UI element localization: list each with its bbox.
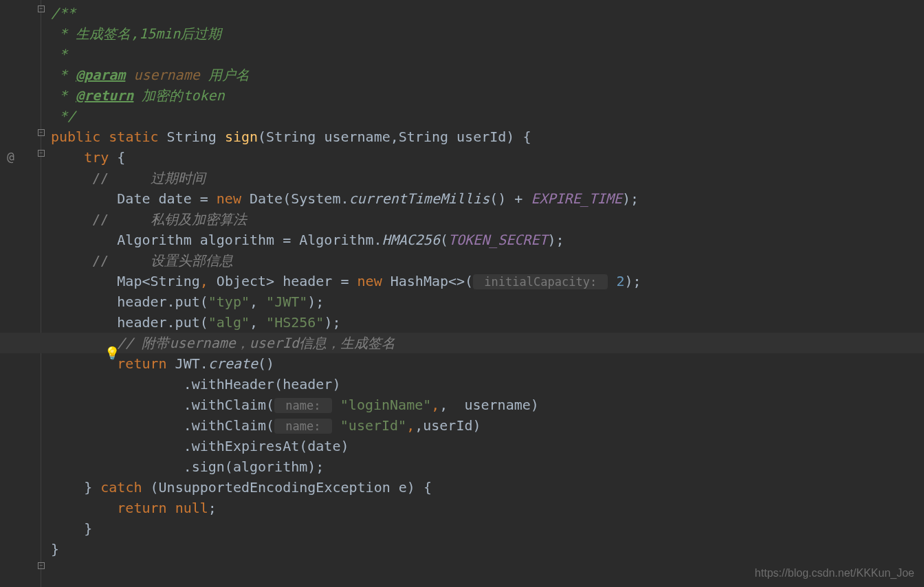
code-text: JWT. xyxy=(167,355,208,372)
code-text: header.put( xyxy=(117,294,208,310)
number: 2 xyxy=(616,273,624,289)
code-text: .withExpiresAt(date) xyxy=(184,438,349,454)
string: "HS256" xyxy=(266,314,324,331)
code-text: HashMap<>( xyxy=(382,273,473,289)
keyword: return xyxy=(117,500,166,516)
keyword: catch xyxy=(100,479,142,496)
code-text: , username) xyxy=(439,397,539,413)
parameter-hint: name: xyxy=(274,398,332,413)
code-area[interactable]: /** * 生成签名,15min后过期 * * @param username … xyxy=(41,0,924,587)
string: "alg" xyxy=(208,314,250,331)
keyword: public xyxy=(51,129,100,145)
code-text: ); xyxy=(624,273,641,289)
code-text: (UnsupportedEncodingException e) { xyxy=(142,479,431,496)
javadoc-text: 加密的token xyxy=(133,87,224,104)
code-text: ); xyxy=(547,232,564,248)
keyword: new xyxy=(358,273,382,289)
comment: 设置头部信息 xyxy=(151,252,233,269)
code-text: () xyxy=(258,355,274,372)
javadoc-line: */ xyxy=(51,108,76,124)
gutter: − − @ − − xyxy=(0,0,41,587)
string: "JWT" xyxy=(266,294,307,310)
comma: , xyxy=(200,273,208,289)
comment-slash: // xyxy=(92,168,109,188)
parameter-hint: initialCapacity: xyxy=(473,274,608,289)
code-text: , xyxy=(250,314,266,331)
javadoc-text: 用户名 xyxy=(200,67,250,83)
bulb-icon[interactable]: 💡 xyxy=(104,344,120,362)
static-method: currentTimeMillis xyxy=(349,190,490,207)
javadoc-line: * xyxy=(51,67,76,83)
code-text: .withClaim( xyxy=(184,417,274,434)
keyword: static xyxy=(109,129,158,145)
code-text: Map<String xyxy=(117,273,199,289)
brace: } xyxy=(51,541,59,557)
watermark: https://blog.csdn.net/KKKun_Joe xyxy=(755,565,914,582)
javadoc-tag: @param xyxy=(76,67,125,83)
static-method: create xyxy=(208,355,258,372)
comment: 私钥及加密算法 xyxy=(151,211,247,228)
brace: { xyxy=(109,149,125,166)
javadoc-line: * xyxy=(51,46,67,63)
string: "userId" xyxy=(340,417,406,434)
static-method: HMAC256 xyxy=(382,232,440,248)
keyword: try xyxy=(84,149,109,166)
code-text: , xyxy=(250,294,266,310)
javadoc-line: /** xyxy=(51,5,76,21)
brace: } xyxy=(84,479,100,496)
constant: TOKEN_SECRET xyxy=(448,232,548,248)
code-text: Algorithm algorithm = Algorithm. xyxy=(117,232,382,248)
parameter-hint: name: xyxy=(274,419,332,434)
paren: ( xyxy=(440,232,448,248)
string: "typ" xyxy=(208,294,250,310)
keyword: null xyxy=(175,500,208,516)
brace: } xyxy=(84,520,92,537)
code-text: ); xyxy=(622,190,639,207)
constant: EXPIRE_TIME xyxy=(531,190,622,207)
code-text: .withClaim( xyxy=(184,397,274,413)
comma: , xyxy=(431,397,439,413)
code-text: header.put( xyxy=(117,314,208,331)
params: (String username,String userId) { xyxy=(258,129,531,145)
code-text: () + xyxy=(490,190,531,207)
javadoc-line: * 生成签名,15min后过期 xyxy=(51,25,221,42)
semi: ; xyxy=(208,500,217,516)
code-text: ,userId) xyxy=(415,417,481,434)
javadoc-param: username xyxy=(125,67,199,83)
comment-slash: // xyxy=(92,250,109,271)
comment: 过期时间 xyxy=(151,170,206,186)
comma: , xyxy=(406,417,415,434)
code-text: Date(System. xyxy=(241,190,349,207)
keyword: return xyxy=(117,355,166,372)
code-text: ); xyxy=(324,314,340,331)
code-text: ); xyxy=(307,294,324,310)
javadoc-line: * xyxy=(51,87,76,104)
code-text: Date date = xyxy=(117,190,217,207)
code-editor[interactable]: − − @ − − /** * 生成签名,15min后过期 * * @param… xyxy=(0,0,924,587)
code-text: .withHeader(header) xyxy=(184,376,341,392)
code-text: .sign(algorithm); xyxy=(184,458,324,475)
method-name: sign xyxy=(225,129,258,145)
keyword: new xyxy=(217,190,241,207)
javadoc-tag: @return xyxy=(76,87,133,104)
comment-slash: // xyxy=(92,209,109,230)
comment: // 附带username，userId信息，生成签名 xyxy=(117,335,395,351)
override-icon[interactable]: @ xyxy=(7,147,14,166)
type: String xyxy=(167,129,217,145)
string: "loginName" xyxy=(340,397,431,413)
code-text: Object> header = xyxy=(208,273,358,289)
